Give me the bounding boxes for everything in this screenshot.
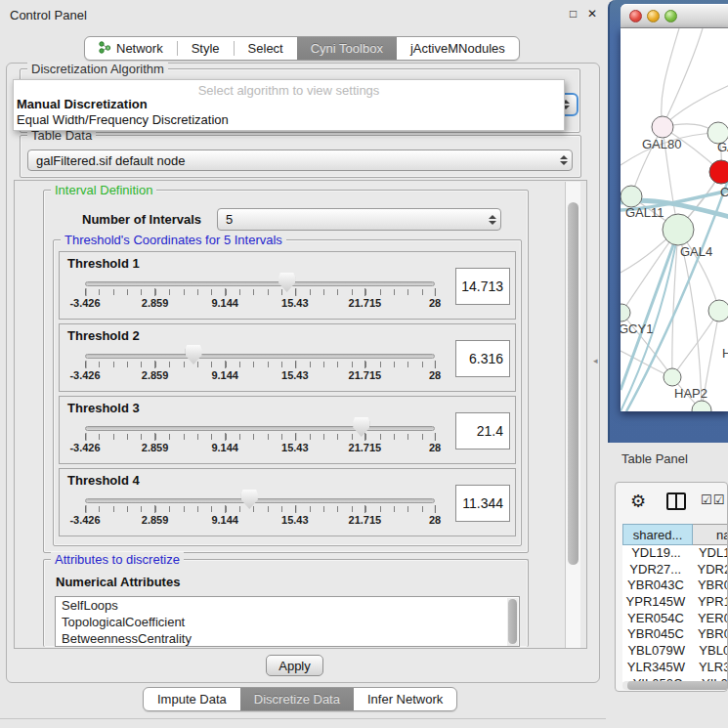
list-vertical-scrollbar[interactable] xyxy=(507,598,518,647)
table-row[interactable]: YBR043CYBR0 xyxy=(622,578,728,594)
top-tab-strip: Network Style Select Cyni Toolbox jActiv… xyxy=(84,36,520,61)
tick-label: 9.144 xyxy=(211,442,238,453)
gear-icon[interactable]: ⚙ xyxy=(630,491,646,512)
tick-label: 9.144 xyxy=(211,369,238,381)
slider-ticks xyxy=(85,289,436,295)
float-window-icon[interactable]: □ xyxy=(570,7,577,21)
tab-jactivemnodules[interactable]: jActiveMNodules xyxy=(397,37,519,60)
tab-discretize-data[interactable]: Discretize Data xyxy=(240,688,354,710)
threshold-4-slider-track[interactable] xyxy=(85,498,435,503)
column-header-shared-name[interactable]: shared... xyxy=(622,524,693,545)
table-panel-title: Table Panel xyxy=(621,451,688,466)
tab-impute-data[interactable]: Impute Data xyxy=(144,688,240,710)
scrollbar-thumb[interactable] xyxy=(508,599,517,644)
apply-button[interactable]: Apply xyxy=(266,655,323,676)
bottom-tab-strip: Impute Data Discretize Data Infer Networ… xyxy=(143,687,457,711)
threshold-row-1: Threshold 1 -3.426 2.859 9.144 15.43 21.… xyxy=(59,251,516,320)
network-window-titlebar[interactable] xyxy=(621,4,728,28)
tab-network[interactable]: Network xyxy=(85,37,177,60)
tab-style[interactable]: Style xyxy=(178,37,234,60)
tick-label: 28 xyxy=(429,369,441,381)
table-row[interactable]: YLR345WYLR3 xyxy=(622,660,728,676)
node-label: GCY1 xyxy=(621,321,653,336)
threshold-4-value-field[interactable]: 11.344 xyxy=(455,485,510,522)
scrollbar-thumb[interactable] xyxy=(627,681,728,690)
table-panel: ⚙ ☑☑ shared... na YDL19...YDL1 YDR27...Y… xyxy=(615,482,728,692)
tick-label: 2.859 xyxy=(142,297,169,309)
list-item-betweennesscentrality[interactable]: BetweennessCentrality xyxy=(56,630,519,647)
tick-label: 28 xyxy=(429,297,441,309)
threshold-3-slider-track[interactable] xyxy=(85,426,435,431)
column-header-name[interactable]: na xyxy=(693,524,728,545)
checkbox-icons[interactable]: ☑☑ xyxy=(701,492,725,507)
numerical-attributes-list: SelfLoops TopologicalCoefficient Between… xyxy=(55,596,520,647)
threshold-4-label: Threshold 4 xyxy=(67,473,140,488)
tick-label: 2.859 xyxy=(142,442,169,453)
zoom-traffic-light-icon[interactable] xyxy=(664,10,677,22)
threshold-1-label: Threshold 1 xyxy=(67,256,140,271)
tick-label: 9.144 xyxy=(211,297,238,309)
tick-label: 15.43 xyxy=(281,369,309,381)
panel-title: Control Panel xyxy=(10,8,87,22)
node-label: HAP2 xyxy=(674,386,707,401)
close-icon[interactable]: ✕ xyxy=(587,7,597,21)
threshold-3-label: Threshold 3 xyxy=(67,401,140,415)
list-item-topologicalcoefficient[interactable]: TopologicalCoefficient xyxy=(56,614,519,630)
split-pane-grip-icon[interactable]: ◂ xyxy=(593,356,598,365)
attributes-group-title: Attributes to discretize xyxy=(51,552,184,567)
table-row[interactable]: YER054CYER0 xyxy=(622,611,728,627)
node-gal11[interactable] xyxy=(621,186,642,207)
node-label: GA xyxy=(717,140,728,154)
node-selected-red[interactable] xyxy=(709,160,728,184)
tick-label: 9.144 xyxy=(211,514,238,526)
tick-label: -3.426 xyxy=(69,514,100,526)
table-row[interactable]: YBL079WYBL0 xyxy=(622,643,728,660)
node-label: GAL80 xyxy=(642,137,681,151)
network-window: GAL80 GA C GAL11 GAL4 GCY1 H HAP2 xyxy=(608,0,728,443)
node-label: GAL4 xyxy=(680,244,712,259)
split-panel-icon[interactable] xyxy=(666,492,686,510)
number-of-intervals-value: 5 xyxy=(218,212,485,227)
tick-label: 28 xyxy=(429,514,441,526)
threshold-2-slider-track[interactable] xyxy=(85,354,435,359)
node-gal4[interactable] xyxy=(663,214,694,245)
network-nodes[interactable] xyxy=(621,116,728,411)
threshold-3-value-field[interactable]: 21.4 xyxy=(455,412,510,450)
table-horizontal-scrollbar[interactable] xyxy=(622,681,726,690)
list-item-selfloops[interactable]: SelfLoops xyxy=(56,597,519,614)
node-gal80[interactable] xyxy=(652,116,673,138)
network-canvas[interactable]: GAL80 GA C GAL11 GAL4 GCY1 H HAP2 xyxy=(621,28,728,411)
tick-label: 2.859 xyxy=(142,514,169,526)
tab-select[interactable]: Select xyxy=(235,37,297,60)
tick-label: 21.715 xyxy=(349,297,382,309)
threshold-row-4: Threshold 4 -3.426 2.859 9.144 15.43 21.… xyxy=(59,468,516,536)
threshold-2-label: Threshold 2 xyxy=(67,328,140,343)
interval-definition-title: Interval Definition xyxy=(51,183,156,197)
tab-infer-network[interactable]: Infer Network xyxy=(354,688,456,710)
close-traffic-light-icon[interactable] xyxy=(629,10,642,22)
table-row[interactable]: YDL19...YDL1 xyxy=(622,545,728,562)
table-row[interactable]: YDR27...YDR2 xyxy=(622,562,728,578)
control-panel: Control Panel □ ✕ Network Style Select C… xyxy=(0,0,606,728)
tick-label: 15.43 xyxy=(281,514,309,526)
algorithm-option-manual[interactable]: Manual Discretization xyxy=(14,97,564,112)
node-hap2[interactable] xyxy=(664,368,681,386)
threshold-2-value-field[interactable]: 6.316 xyxy=(455,340,510,377)
scrollbar-thumb[interactable] xyxy=(568,202,578,565)
slider-ticks xyxy=(85,362,436,367)
node-label: C xyxy=(720,185,728,199)
table-row[interactable]: YPR145WYPR1 xyxy=(622,594,728,611)
tick-label: -3.426 xyxy=(69,442,100,453)
settings-vertical-scrollbar[interactable] xyxy=(565,182,580,648)
table-data-combobox[interactable]: galFiltered.sif default node xyxy=(27,150,573,171)
algorithm-dropdown-popup: Select algorithm to view settings Manual… xyxy=(13,79,565,131)
threshold-1-slider-track[interactable] xyxy=(85,281,435,286)
minimize-traffic-light-icon[interactable] xyxy=(647,10,660,22)
node-gcy1[interactable] xyxy=(621,304,630,321)
tab-cyni-toolbox[interactable]: Cyni Toolbox xyxy=(297,37,397,60)
table-row[interactable]: YBR045CYBR0 xyxy=(622,626,728,643)
threshold-1-value-field[interactable]: 14.713 xyxy=(455,268,510,305)
algorithm-option-equal-width[interactable]: Equal Width/Frequency Discretization xyxy=(14,112,564,128)
node-clipped-right-h[interactable] xyxy=(708,300,728,321)
number-of-intervals-combobox[interactable]: 5 xyxy=(217,208,501,231)
